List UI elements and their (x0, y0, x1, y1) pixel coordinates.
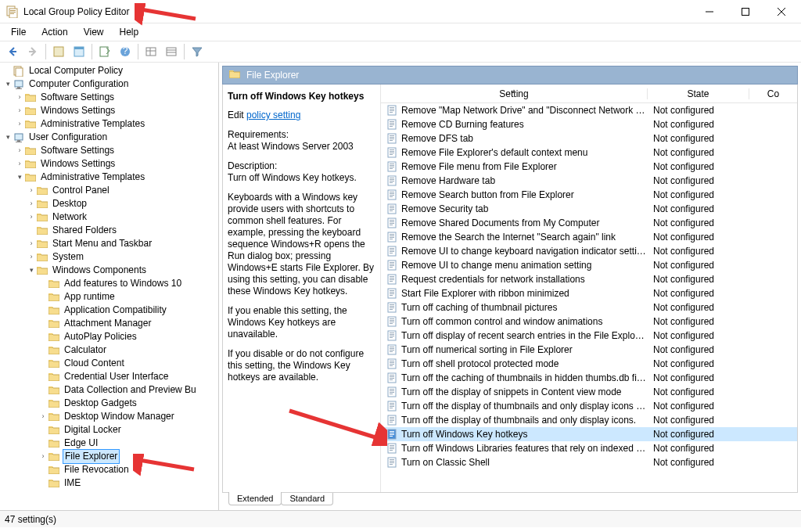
tool-help[interactable]: ? (116, 42, 135, 61)
tree-wincomp-4[interactable]: AutoPlay Policies (0, 330, 218, 343)
close-button[interactable] (763, 0, 799, 23)
expand-caret[interactable]: › (27, 184, 36, 197)
maximize-button[interactable] (727, 0, 763, 23)
tree-pane[interactable]: Local Computer Policy▾Computer Configura… (0, 63, 219, 510)
expand-caret[interactable]: ▾ (15, 171, 24, 184)
tree-admin-4[interactable]: ›Start Menu and Taskbar (0, 237, 218, 250)
list-row[interactable]: Turn off the caching of thumbnails in hi… (381, 371, 797, 385)
expand-caret[interactable]: › (27, 210, 36, 224)
col-state[interactable]: State (687, 88, 709, 99)
tree-wincomp-2[interactable]: Application Compatibility (0, 304, 218, 317)
list-row[interactable]: Request credentials for network installa… (381, 272, 797, 286)
list-row[interactable]: Turn off the display of snippets in Cont… (381, 385, 797, 399)
expand-caret[interactable]: ▾ (3, 77, 13, 91)
svg-rect-100 (390, 322, 394, 322)
tree-wincomp-3[interactable]: Attachment Manager (0, 317, 218, 330)
tree-wincomp-15[interactable]: IME (0, 476, 218, 490)
tree-admin-2[interactable]: ›Network (0, 210, 218, 224)
list-row[interactable]: Remove CD Burning featuresNot configured (381, 117, 797, 131)
tool-grid-2[interactable] (162, 42, 181, 61)
list-row[interactable]: Turn off common control and window anima… (381, 315, 797, 329)
tree-user-windows[interactable]: ›Windows Settings (0, 157, 218, 171)
back-button[interactable] (3, 42, 22, 61)
tree-admin-5[interactable]: ›System (0, 250, 218, 264)
tree-root[interactable]: Local Computer Policy (0, 64, 218, 77)
expand-caret[interactable]: ▾ (3, 131, 13, 144)
tree-user-software[interactable]: ›Software Settings (0, 144, 218, 157)
expand-caret[interactable]: › (38, 450, 48, 463)
tree-comp-child-2[interactable]: ›Administrative Templates (0, 117, 218, 131)
tree-user-admin[interactable]: ▾Administrative Templates (0, 171, 218, 184)
expand-caret[interactable]: › (27, 250, 36, 264)
tab-standard[interactable]: Standard (281, 493, 333, 505)
tree-wincomp-9[interactable]: Desktop Gadgets (0, 397, 218, 410)
tool-filter[interactable] (188, 42, 207, 61)
list-row[interactable]: Remove UI to change keyboard navigation … (381, 244, 797, 258)
menu-action[interactable]: Action (35, 25, 74, 39)
list-row[interactable]: Turn on Classic ShellNot configured (381, 455, 797, 469)
list-row[interactable]: Turn off Windows Libraries features that… (381, 441, 797, 455)
tool-action-1[interactable] (49, 42, 68, 61)
list-row[interactable]: Remove Search button from File ExplorerN… (381, 188, 797, 202)
list-row[interactable]: Turn off display of recent search entrie… (381, 329, 797, 343)
list-row[interactable]: Turn off caching of thumbnail picturesNo… (381, 300, 797, 315)
list-row[interactable]: Remove UI to change menu animation setti… (381, 258, 797, 272)
tree-icon (36, 225, 48, 236)
tree-admin-0[interactable]: ›Control Panel (0, 184, 218, 197)
list-row[interactable]: Turn off the display of thumbnails and o… (381, 413, 797, 427)
tree-windows-components[interactable]: ▾Windows Components (0, 264, 218, 277)
tree-wincomp-0[interactable]: Add features to Windows 10 (0, 277, 218, 290)
list-row[interactable]: Remove File menu from File ExplorerNot c… (381, 160, 797, 174)
menu-view[interactable]: View (77, 25, 110, 39)
tab-extended[interactable]: Extended (228, 492, 282, 505)
list-row[interactable]: Remove DFS tabNot configured (381, 131, 797, 146)
expand-caret[interactable]: › (27, 237, 36, 250)
tree-admin-1[interactable]: ›Desktop (0, 197, 218, 210)
tree-comp-child-0[interactable]: ›Software Settings (0, 91, 218, 104)
list-row[interactable]: Remove the Search the Internet "Search a… (381, 230, 797, 244)
tool-grid-1[interactable] (142, 42, 160, 61)
tree-comp-child-1[interactable]: ›Windows Settings (0, 104, 218, 117)
list-row[interactable]: Start File Explorer with ribbon minimize… (381, 286, 797, 300)
tree-user-config[interactable]: ▾User Configuration (0, 131, 218, 144)
list-row[interactable]: Remove Hardware tabNot configured (381, 174, 797, 188)
expand-caret[interactable]: › (15, 104, 24, 117)
expand-caret[interactable]: › (15, 91, 24, 104)
forward-button[interactable] (23, 42, 42, 61)
minimize-button[interactable] (691, 0, 727, 23)
expand-caret[interactable]: › (15, 157, 24, 171)
tree-wincomp-14[interactable]: File Revocation (0, 463, 218, 476)
tree-wincomp-11[interactable]: Digital Locker (0, 423, 218, 437)
menu-file[interactable]: File (5, 25, 32, 39)
tool-export[interactable] (95, 42, 114, 61)
expand-caret[interactable]: › (15, 117, 24, 131)
list-row[interactable]: Turn off Windows Key hotkeysNot configur… (381, 427, 797, 441)
expand-caret[interactable]: › (38, 410, 48, 423)
expand-caret[interactable]: ▾ (27, 264, 36, 277)
tree-wincomp-13[interactable]: ›File Explorer (0, 450, 218, 463)
tree-wincomp-8[interactable]: Data Collection and Preview Bu (0, 383, 218, 397)
tree-computer-config[interactable]: ▾Computer Configuration (0, 77, 218, 91)
tree-wincomp-5[interactable]: Calculator (0, 343, 218, 357)
tree-admin-3[interactable]: Shared Folders (0, 224, 218, 237)
list-row[interactable]: Turn off the display of thumbnails and o… (381, 399, 797, 413)
col-co[interactable]: Co (767, 88, 779, 99)
tool-action-2[interactable] (70, 42, 88, 61)
list-row[interactable]: Remove Security tabNot configured (381, 202, 797, 216)
list-row[interactable]: Remove "Map Network Drive" and "Disconne… (381, 103, 797, 117)
expand-caret[interactable]: › (27, 197, 36, 210)
tree-wincomp-6[interactable]: Cloud Content (0, 357, 218, 370)
tree-wincomp-12[interactable]: Edge UI (0, 437, 218, 450)
list-column-header[interactable]: ▲Setting State Co (381, 84, 797, 103)
svg-rect-17 (17, 87, 20, 88)
list-row[interactable]: Remove File Explorer's default context m… (381, 146, 797, 160)
list-row[interactable]: Turn off numerical sorting in File Explo… (381, 343, 797, 357)
list-row[interactable]: Turn off shell protocol protected modeNo… (381, 357, 797, 371)
list-row[interactable]: Remove Shared Documents from My Computer… (381, 216, 797, 230)
tree-wincomp-1[interactable]: App runtime (0, 290, 218, 304)
expand-caret[interactable]: › (15, 144, 24, 157)
menu-help[interactable]: Help (113, 25, 145, 39)
tree-wincomp-10[interactable]: ›Desktop Window Manager (0, 410, 218, 423)
tree-wincomp-7[interactable]: Credential User Interface (0, 370, 218, 383)
edit-policy-link[interactable]: policy setting (246, 110, 300, 120)
